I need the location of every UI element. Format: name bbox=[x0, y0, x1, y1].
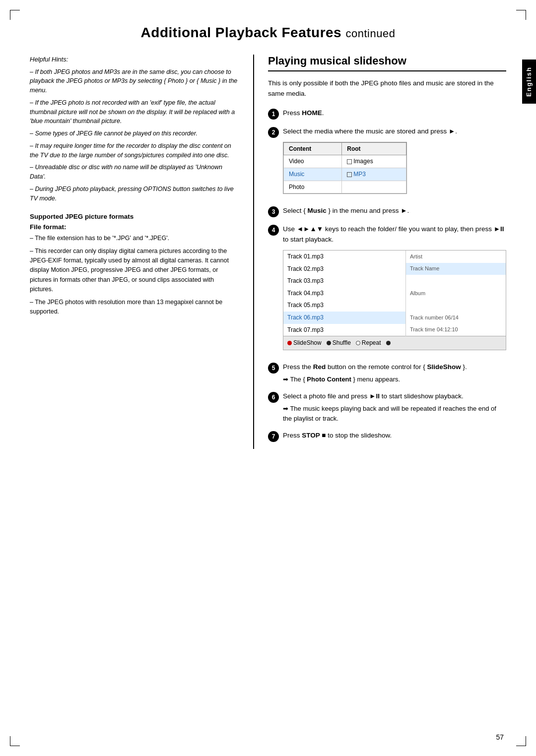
track-7-info: Track time 04:12:10 bbox=[405, 324, 506, 336]
helpful-hints-section: Helpful Hints: – If both JPEG photos and… bbox=[30, 55, 238, 203]
track-7-name: Track 07.mp3 bbox=[283, 324, 405, 336]
steps-list: 1 Press HOME. 2 Select the media where t… bbox=[268, 108, 506, 442]
supported-formats-title: Supported JPEG picture formats bbox=[30, 213, 238, 220]
track-6-info: Track number 06/14 bbox=[405, 312, 506, 324]
hint-3: – Some types of JPEG file cannot be play… bbox=[30, 129, 238, 138]
media-root-images: Images bbox=[342, 155, 406, 168]
step-4: 4 Use ◄►▲▼ keys to reach the folder/ fil… bbox=[268, 224, 506, 355]
step-number-6: 6 bbox=[268, 392, 279, 403]
step-6-sub: ➡ The music keeps playing back and will … bbox=[283, 404, 506, 424]
step-5-sub: ➡ The { Photo Content } menu appears. bbox=[283, 375, 506, 384]
step-7-content: Press STOP ■ to stop the slideshow. bbox=[283, 431, 506, 441]
corner-mark-br bbox=[516, 736, 526, 746]
corner-mark-bl bbox=[10, 736, 20, 746]
track-2-info: Track Name bbox=[405, 263, 506, 275]
slideshow-dot bbox=[287, 341, 292, 345]
shuffle-dot bbox=[327, 341, 331, 345]
checkbox-images bbox=[347, 159, 352, 164]
media-root-mp3: MP3 bbox=[342, 168, 406, 181]
media-table-row-photo: Photo bbox=[284, 181, 406, 193]
file-format-hint-3: – The JPEG photos with resolution more t… bbox=[30, 298, 238, 317]
track-footer-row: SlideShow Shuffle Repeat bbox=[283, 336, 506, 350]
media-content-music: Music bbox=[284, 168, 342, 181]
right-column: Playing musical slideshow This is only p… bbox=[253, 55, 506, 449]
track-row-3: Track 03.mp3 bbox=[283, 275, 506, 287]
track-row-2: Track 02.mp3 Track Name bbox=[283, 263, 506, 275]
step-7: 7 Press STOP ■ to stop the slideshow. bbox=[268, 431, 506, 442]
media-content-photo: Photo bbox=[284, 181, 342, 193]
file-format-hint-2: – This recorder can only display digital… bbox=[30, 247, 238, 295]
language-tab: English bbox=[522, 60, 536, 104]
hint-6: – During JPEG photo playback, pressing O… bbox=[30, 185, 238, 203]
step-1: 1 Press HOME. bbox=[268, 108, 506, 120]
section-title: Playing musical slideshow bbox=[268, 55, 506, 71]
hint-2: – If the JPEG photo is not recorded with… bbox=[30, 98, 238, 126]
step-1-content: Press HOME. bbox=[283, 108, 506, 119]
corner-mark-tl bbox=[10, 10, 20, 20]
checkbox-mp3 bbox=[347, 172, 352, 177]
step-3: 3 Select { Music } in the menu and press… bbox=[268, 206, 506, 217]
track-row-6: Track 06.mp3 Track number 06/14 bbox=[283, 312, 506, 324]
extra-dot bbox=[386, 341, 391, 345]
track-3-info bbox=[405, 275, 506, 287]
media-table-header-content: Content bbox=[284, 142, 342, 155]
intro-text: This is only possible if both the JPEG p… bbox=[268, 78, 506, 99]
step-4-content: Use ◄►▲▼ keys to reach the folder/ file … bbox=[283, 224, 506, 355]
media-root-empty bbox=[342, 181, 406, 193]
media-table-header-root: Root bbox=[342, 142, 406, 155]
media-content-video: Video bbox=[284, 155, 342, 168]
track-5-info bbox=[405, 299, 506, 312]
left-column: Helpful Hints: – If both JPEG photos and… bbox=[30, 55, 238, 449]
repeat-dot bbox=[356, 341, 360, 345]
media-table: Content Root Video Images bbox=[283, 142, 407, 194]
page-number: 57 bbox=[496, 733, 504, 741]
step-number-7: 7 bbox=[268, 431, 279, 442]
track-4-info: Album bbox=[405, 287, 506, 300]
page-container: English Additional Playback Features con… bbox=[0, 0, 536, 756]
track-1-name: Track 01.mp3 bbox=[283, 251, 405, 263]
supported-formats-section: Supported JPEG picture formats File form… bbox=[30, 213, 238, 316]
step-number-4: 4 bbox=[268, 225, 279, 236]
file-format-title: File format: bbox=[30, 223, 238, 231]
track-6-name: Track 06.mp3 bbox=[283, 312, 405, 324]
step-number-3: 3 bbox=[268, 206, 279, 217]
file-format-hint-1: – The file extension has to be '*.JPG' a… bbox=[30, 234, 238, 243]
track-row-4: Track 04.mp3 Album bbox=[283, 287, 506, 300]
track-1-info: Artist bbox=[405, 251, 506, 263]
track-3-name: Track 03.mp3 bbox=[283, 275, 405, 287]
track-footer: SlideShow Shuffle Repeat bbox=[283, 336, 506, 350]
track-row-1: Track 01.mp3 Artist bbox=[283, 251, 506, 263]
corner-mark-tr bbox=[516, 10, 526, 20]
two-column-layout: Helpful Hints: – If both JPEG photos and… bbox=[30, 55, 506, 449]
step-6-content: Select a photo file and press ►II to sta… bbox=[283, 391, 506, 424]
step-number-5: 5 bbox=[268, 363, 279, 374]
hint-1: – If both JPEG photos and MP3s are in th… bbox=[30, 67, 238, 95]
step-5: 5 Press the Red button on the remote con… bbox=[268, 362, 506, 384]
step-number-1: 1 bbox=[268, 109, 279, 120]
track-4-name: Track 04.mp3 bbox=[283, 287, 405, 300]
step-6: 6 Select a photo file and press ►II to s… bbox=[268, 391, 506, 424]
step-3-content: Select { Music } in the menu and press ►… bbox=[283, 206, 506, 216]
hint-4: – It may require longer time for the rec… bbox=[30, 141, 238, 160]
step-2: 2 Select the media where the music are s… bbox=[268, 126, 506, 199]
track-5-name: Track 05.mp3 bbox=[283, 299, 405, 312]
page-title: Additional Playback Features continued bbox=[30, 25, 506, 41]
step-5-content: Press the Red button on the remote contr… bbox=[283, 362, 506, 384]
media-table-row-music: Music MP3 bbox=[284, 168, 406, 181]
track-2-name: Track 02.mp3 bbox=[283, 263, 405, 275]
track-row-7: Track 07.mp3 Track time 04:12:10 bbox=[283, 324, 506, 336]
step-number-2: 2 bbox=[268, 127, 279, 138]
track-row-5: Track 05.mp3 bbox=[283, 299, 506, 312]
step-2-content: Select the media where the music are sto… bbox=[283, 126, 506, 199]
media-table-row-video: Video Images bbox=[284, 155, 406, 168]
hint-5: – Unreadable disc or disc with no name w… bbox=[30, 163, 238, 182]
track-table: Track 01.mp3 Artist Track 02.mp3 Track N… bbox=[283, 250, 506, 350]
helpful-hints-title: Helpful Hints: bbox=[30, 55, 238, 64]
page-header: Additional Playback Features continued bbox=[30, 20, 506, 41]
